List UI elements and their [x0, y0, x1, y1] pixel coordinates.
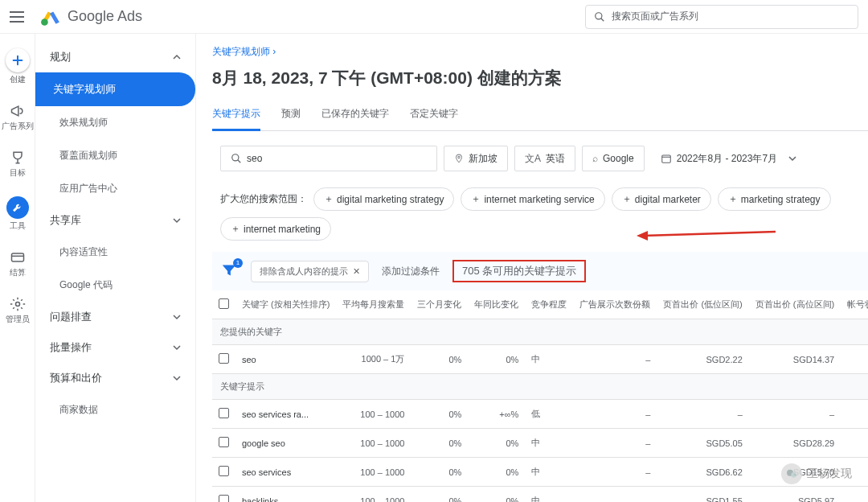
cell-competition: 中 [525, 458, 573, 487]
table-row[interactable]: seo1000 – 1万0%0%中–SGD2.22SGD14.37 [212, 345, 868, 374]
col-yoy[interactable]: 年同比变化 [468, 290, 525, 319]
cell-impression: – [573, 400, 657, 429]
nav-group-budget[interactable]: 预算和出价 [35, 363, 195, 393]
cell-bid-high: SGD5.97 [749, 487, 841, 503]
nav-keyword-planner[interactable]: 关键字规划师 [35, 72, 195, 106]
broaden-chip[interactable]: ＋internet marketing [220, 217, 331, 241]
table-row[interactable]: seo services ra...100 – 10000%+∞%低––– [212, 400, 868, 429]
nav-group-planning[interactable]: 规划 [35, 42, 195, 72]
hamburger-menu-icon[interactable] [10, 7, 29, 27]
search-icon [231, 153, 242, 164]
nav-performance-planner[interactable]: 效果规划师 [35, 106, 195, 139]
tab-negative[interactable]: 否定关键字 [410, 101, 458, 130]
cell-keyword: backlinks [235, 487, 336, 503]
date-range-filter[interactable]: 2022年8月 - 2023年7月 [651, 146, 811, 171]
nav-reach-planner[interactable]: 覆盖面规划师 [35, 139, 195, 172]
applied-filter-chip[interactable]: 排除含成人内容的提示 ✕ [251, 261, 369, 282]
calendar-icon [661, 153, 672, 164]
nav-content-suitability[interactable]: 内容适宜性 [35, 236, 195, 269]
row-checkbox[interactable] [219, 408, 229, 418]
col-keyword[interactable]: 关键字 (按相关性排序) [235, 290, 336, 319]
cell-impression: – [573, 429, 657, 458]
svg-rect-3 [11, 253, 23, 261]
broaden-chip[interactable]: ＋digital marketing strategy [313, 187, 454, 211]
nav-group-troubleshoot[interactable]: 问题排查 [35, 302, 195, 332]
col-impression[interactable]: 广告展示次数份额 [573, 290, 657, 319]
nav-group-bulk[interactable]: 批量操作 [35, 332, 195, 363]
add-filter-link[interactable]: 添加过滤条件 [382, 265, 440, 278]
card-icon [10, 249, 26, 265]
watermark: 王杨发现 [781, 463, 852, 484]
cell-bid-high: SGD28.29 [749, 429, 841, 458]
product-name: Google Ads [68, 8, 142, 25]
location-filter[interactable]: 新加坡 [444, 146, 508, 171]
table-row[interactable]: seo services100 – 10000%0%中–SGD6.62SGD15… [212, 458, 868, 487]
rail-campaigns[interactable]: 广告系列 [2, 103, 34, 132]
network-filter[interactable]: ⌕Google [582, 146, 645, 171]
row-checkbox[interactable] [219, 495, 229, 502]
page-title: 8月 18, 2023, 7 下午 (GMT+08:00) 创建的方案 [212, 67, 868, 89]
row-checkbox[interactable] [219, 353, 229, 364]
cell-bid-high: – [749, 400, 841, 429]
cell-volume: 100 – 1000 [336, 458, 411, 487]
cell-competition: 中 [525, 345, 573, 374]
cell-yoy: 0% [468, 429, 525, 458]
col-bid-high[interactable]: 页首出价 (高位区间) [749, 290, 841, 319]
rail-admin[interactable]: 管理员 [6, 296, 30, 325]
cell-impression: – [573, 458, 657, 487]
row-checkbox[interactable] [219, 437, 229, 447]
filter-funnel-button[interactable]: 1 [220, 261, 238, 282]
chevron-down-icon [173, 313, 181, 321]
table-row[interactable]: google seo100 – 10000%0%中–SGD5.05SGD28.2… [212, 429, 868, 458]
broaden-chip[interactable]: ＋digital marketer [612, 187, 711, 211]
cell-bid-low: SGD2.22 [657, 345, 748, 374]
plus-icon [11, 54, 24, 67]
chevron-down-icon [173, 374, 181, 382]
result-count-highlight: 705 条可用的关键字提示 [452, 260, 586, 282]
rail-goals[interactable]: 目标 [10, 150, 26, 179]
col-competition[interactable]: 竞争程度 [525, 290, 573, 319]
broaden-label: 扩大您的搜索范围： [220, 192, 307, 206]
cell-3m: 0% [411, 400, 468, 429]
row-checkbox[interactable] [219, 466, 229, 476]
broaden-chip[interactable]: ＋marketing strategy [718, 187, 831, 211]
svg-rect-9 [661, 155, 670, 163]
cell-3m: 0% [411, 345, 468, 374]
close-icon[interactable]: ✕ [353, 266, 360, 277]
create-button[interactable]: 创建 [6, 48, 30, 85]
cell-bid-low: SGD5.05 [657, 429, 748, 458]
language-filter[interactable]: 文A英语 [514, 146, 575, 171]
breadcrumb[interactable]: 关键字规划师 › [212, 46, 276, 57]
cell-volume: 1000 – 1万 [336, 345, 411, 374]
tab-forecast[interactable]: 预测 [281, 101, 301, 130]
broaden-chip[interactable]: ＋internet marketing service [461, 187, 604, 211]
table-row[interactable]: backlinks100 – 10000%0%中–SGD1.55SGD5.97 [212, 487, 868, 503]
col-status[interactable]: 帐号状 [841, 290, 868, 319]
tab-keyword-ideas[interactable]: 关键字提示 [212, 101, 260, 131]
cell-bid-low: SGD6.62 [657, 458, 748, 487]
svg-point-1 [596, 12, 602, 19]
nav-app-hub[interactable]: 应用广告中心 [35, 172, 195, 205]
svg-point-8 [458, 156, 461, 158]
cell-keyword: seo [235, 345, 336, 374]
cell-impression: – [573, 345, 657, 374]
col-bid-low[interactable]: 页首出价 (低位区间) [657, 290, 748, 319]
global-search-input[interactable]: 搜索页面或广告系列 [585, 5, 858, 29]
wrench-icon [11, 201, 24, 214]
google-ads-logo-icon [40, 6, 61, 27]
rail-tools[interactable]: 工具 [6, 196, 29, 232]
col-volume[interactable]: 平均每月搜索量 [336, 290, 411, 319]
tab-saved[interactable]: 已保存的关键字 [321, 101, 389, 130]
svg-point-5 [15, 302, 19, 307]
cell-3m: 0% [411, 429, 468, 458]
cell-yoy: 0% [468, 458, 525, 487]
nav-google-tag[interactable]: Google 代码 [35, 269, 195, 302]
col-3m[interactable]: 三个月变化 [411, 290, 468, 319]
nav-business-data[interactable]: 商家数据 [35, 393, 195, 426]
select-all-checkbox[interactable] [219, 298, 229, 309]
wechat-icon [785, 467, 798, 480]
nav-group-shared[interactable]: 共享库 [35, 205, 195, 236]
rail-billing[interactable]: 结算 [10, 249, 26, 278]
keyword-search-field[interactable]: seo [220, 146, 437, 171]
cell-3m: 0% [411, 487, 468, 503]
